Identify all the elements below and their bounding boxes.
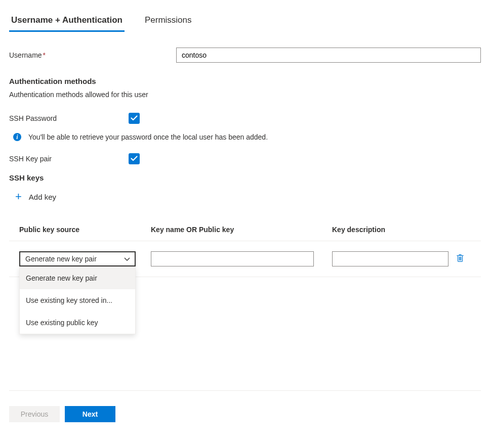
key-name-input[interactable] <box>151 251 314 266</box>
required-asterisk: * <box>43 51 46 59</box>
password-info-note: i You'll be able to retrieve your passwo… <box>13 133 481 141</box>
ssh-key-row: Generate new key pair Generate new key p… <box>9 241 481 277</box>
key-description-input[interactable] <box>332 251 448 266</box>
username-row: Username* <box>9 48 481 63</box>
col-header-name: Key name OR Public key <box>151 226 323 234</box>
tabs: Username + Authentication Permissions <box>9 10 481 32</box>
tab-username-authentication[interactable]: Username + Authentication <box>9 10 125 32</box>
previous-button[interactable]: Previous <box>9 406 60 422</box>
col-header-source: Public key source <box>19 226 151 234</box>
add-key-label: Add key <box>29 193 56 201</box>
ssh-password-row: SSH Password <box>9 113 481 124</box>
username-label: Username* <box>9 51 176 59</box>
ssh-password-checkbox[interactable] <box>129 113 140 124</box>
tab-permissions[interactable]: Permissions <box>143 10 194 32</box>
ssh-keys-title: SSH keys <box>9 173 481 182</box>
checkmark-icon <box>130 155 138 163</box>
ssh-keypair-row: SSH Key pair <box>9 153 481 164</box>
option-use-existing-stored[interactable]: Use existing key stored in... <box>20 289 135 311</box>
username-input[interactable] <box>176 48 481 63</box>
option-generate-new-key-pair[interactable]: Generate new key pair <box>20 267 135 289</box>
plus-icon: + <box>15 191 22 202</box>
public-key-source-options: Generate new key pair Use existing key s… <box>19 266 136 334</box>
trash-icon <box>456 253 465 262</box>
auth-methods-title: Authentication methods <box>9 77 481 85</box>
public-key-source-dropdown[interactable]: Generate new key pair <box>19 251 136 266</box>
ssh-keys-table-header: Public key source Key name OR Public key… <box>9 218 481 241</box>
delete-key-button[interactable] <box>456 251 471 264</box>
checkmark-icon <box>130 114 138 122</box>
username-label-text: Username <box>9 51 42 59</box>
next-button[interactable]: Next <box>65 406 115 422</box>
ssh-password-label: SSH Password <box>9 114 129 122</box>
ssh-keypair-label: SSH Key pair <box>9 155 129 163</box>
option-use-existing-public-key[interactable]: Use existing public key <box>20 311 135 334</box>
public-key-source-dropdown-wrap: Generate new key pair Generate new key p… <box>19 251 136 266</box>
wizard-footer: Previous Next <box>9 390 481 422</box>
password-info-text: You'll be able to retrieve your password… <box>28 133 268 141</box>
dropdown-selected-text: Generate new key pair <box>25 255 97 263</box>
col-header-desc: Key description <box>332 226 448 234</box>
ssh-keypair-checkbox[interactable] <box>129 153 140 164</box>
chevron-down-icon <box>124 255 131 262</box>
auth-methods-subtitle: Authentication methods allowed for this … <box>9 91 481 99</box>
info-icon: i <box>13 133 21 141</box>
add-key-button[interactable]: + Add key <box>15 191 56 202</box>
